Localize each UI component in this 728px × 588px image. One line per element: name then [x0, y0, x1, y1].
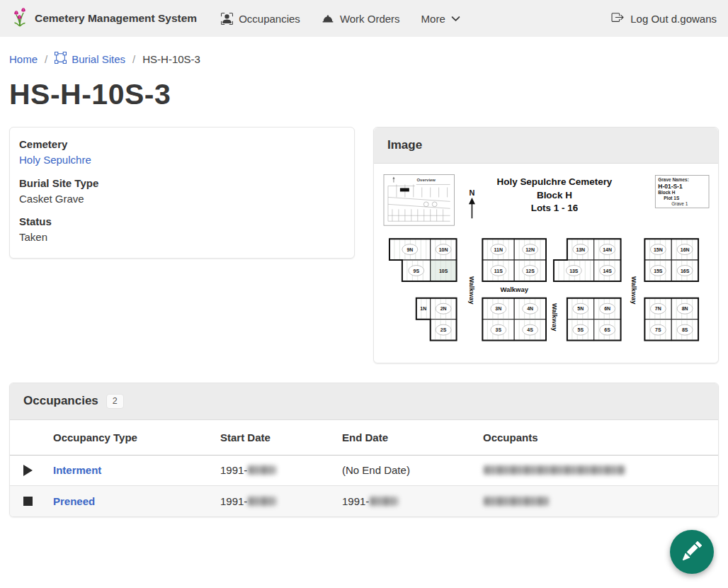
- svg-text:10N: 10N: [439, 247, 448, 252]
- svg-text:12N: 12N: [525, 247, 535, 252]
- page-title: HS-H-10S-3: [0, 66, 728, 111]
- redacted-text: [370, 497, 398, 506]
- svg-text:Walkway: Walkway: [551, 303, 559, 332]
- svg-text:15S: 15S: [654, 268, 663, 273]
- svg-text:12S: 12S: [525, 268, 535, 273]
- svg-text:Walkway: Walkway: [630, 276, 638, 305]
- svg-text:1N: 1N: [420, 306, 426, 311]
- edit-fab-button[interactable]: [670, 530, 714, 574]
- svg-text:10S: 10S: [439, 268, 448, 273]
- svg-text:14S: 14S: [603, 268, 612, 273]
- breadcrumb-burial-sites[interactable]: Burial Sites: [55, 52, 125, 66]
- svg-text:N: N: [469, 188, 474, 197]
- svg-text:Block H: Block H: [658, 190, 675, 195]
- svg-text:11S: 11S: [494, 268, 503, 273]
- occupancies-header: Occupancies 2: [10, 383, 718, 420]
- svg-text:Grave Names:: Grave Names:: [658, 177, 689, 182]
- navbar: Cemetery Management System Occupancies W…: [0, 0, 728, 37]
- svg-text:8S: 8S: [682, 327, 688, 332]
- svg-text:2S: 2S: [440, 327, 447, 332]
- logout-label: Log Out d.gowans: [630, 13, 717, 25]
- field-status: Status Taken: [19, 215, 345, 243]
- svg-text:3S: 3S: [496, 327, 502, 332]
- occupancy-interment-link[interactable]: Interment: [53, 464, 101, 476]
- person-bounding-box-icon: [221, 13, 233, 25]
- svg-text:13S: 13S: [569, 268, 579, 273]
- redacted-text: [248, 497, 276, 506]
- image-card-header: Image: [374, 128, 718, 164]
- occupancies-count-badge: 2: [106, 394, 124, 409]
- occupants-value: [483, 495, 718, 507]
- col-start-date: Start Date: [220, 431, 342, 443]
- table-row: Preneed 1991- 1991-: [10, 486, 718, 516]
- end-date-value: (No End Date): [342, 464, 483, 476]
- occupancy-preneed-link[interactable]: Preneed: [53, 495, 95, 507]
- image-card: Image OverviewNHoly Sepulchre CemeteryBl…: [373, 127, 719, 363]
- nav-item-work-orders[interactable]: Work Orders: [322, 13, 400, 25]
- bounding-box-icon: [55, 52, 67, 66]
- svg-text:9N: 9N: [406, 247, 413, 252]
- breadcrumb-separator: /: [132, 53, 135, 65]
- svg-text:5S: 5S: [578, 327, 584, 332]
- svg-text:2N: 2N: [440, 306, 447, 311]
- nav-item-more[interactable]: More: [421, 13, 460, 25]
- col-occupants: Occupants: [483, 431, 718, 443]
- col-occupancy-type: Occupancy Type: [53, 431, 220, 443]
- svg-text:8N: 8N: [682, 306, 688, 311]
- table-row: Interment 1991- (No End Date): [10, 456, 718, 486]
- nav-item-occupancies[interactable]: Occupancies: [221, 13, 300, 25]
- field-label: Burial Site Type: [19, 177, 345, 189]
- breadcrumb: Home / Burial Sites / HS-H-10S-3: [0, 37, 728, 66]
- svg-text:6S: 6S: [604, 327, 610, 332]
- svg-text:4S: 4S: [527, 327, 533, 332]
- brand[interactable]: Cemetery Management System: [11, 7, 197, 30]
- svg-text:Walkway: Walkway: [468, 276, 476, 305]
- svg-text:4N: 4N: [527, 306, 533, 311]
- occupants-value: [483, 464, 718, 476]
- col-end-date: End Date: [342, 431, 483, 443]
- field-value: Casket Grave: [19, 193, 345, 205]
- breadcrumb-separator: /: [45, 53, 47, 65]
- svg-text:H-01-S-1: H-01-S-1: [658, 183, 683, 190]
- svg-text:Walkway: Walkway: [500, 285, 528, 293]
- start-date-value: 1991-: [220, 464, 342, 476]
- breadcrumb-home[interactable]: Home: [9, 53, 38, 65]
- occupancies-title: Occupancies: [23, 394, 98, 408]
- svg-text:11N: 11N: [494, 247, 503, 252]
- chevron-down-icon: [451, 14, 460, 23]
- redacted-text: [248, 465, 276, 475]
- field-burial-site-type: Burial Site Type Casket Grave: [19, 177, 345, 205]
- play-icon: [23, 465, 33, 476]
- svg-text:Holy Sepulchre Cemetery: Holy Sepulchre Cemetery: [497, 176, 613, 187]
- breadcrumb-current: HS-H-10S-3: [142, 53, 200, 65]
- logout-button[interactable]: Log Out d.gowans: [611, 11, 717, 26]
- field-value: Taken: [19, 231, 345, 243]
- occupancies-panel: Occupancies 2 Occupancy Type Start Date …: [9, 383, 719, 517]
- svg-text:Grave 1: Grave 1: [671, 201, 688, 206]
- field-label: Status: [19, 215, 345, 227]
- field-cemetery: Cemetery Holy Sepulchre: [19, 138, 345, 166]
- svg-text:9S: 9S: [414, 268, 420, 273]
- svg-text:14N: 14N: [603, 247, 612, 252]
- end-date-value: 1991-: [342, 495, 483, 507]
- svg-text:5N: 5N: [577, 306, 584, 311]
- svg-text:7N: 7N: [655, 306, 661, 311]
- cemetery-link[interactable]: Holy Sepulchre: [19, 154, 91, 166]
- nav-label: Work Orders: [340, 13, 400, 25]
- svg-text:Overview: Overview: [416, 178, 436, 182]
- svg-text:7S: 7S: [655, 327, 661, 332]
- svg-text:16S: 16S: [681, 268, 690, 273]
- svg-text:3N: 3N: [495, 306, 501, 311]
- stop-icon: [23, 497, 33, 506]
- plot-map-image[interactable]: OverviewNHoly Sepulchre CemeteryBlock HL…: [374, 164, 718, 363]
- hard-hat-icon: [322, 13, 334, 25]
- svg-text:Block H: Block H: [537, 190, 572, 200]
- svg-text:6N: 6N: [604, 306, 610, 311]
- redacted-text: [484, 465, 625, 475]
- app-title: Cemetery Management System: [35, 12, 197, 25]
- nav-label: Occupancies: [239, 13, 300, 25]
- pencil-icon: [683, 541, 702, 562]
- start-date-value: 1991-: [220, 495, 342, 507]
- logout-icon: [611, 11, 624, 26]
- svg-text:Plot 1S: Plot 1S: [664, 196, 680, 200]
